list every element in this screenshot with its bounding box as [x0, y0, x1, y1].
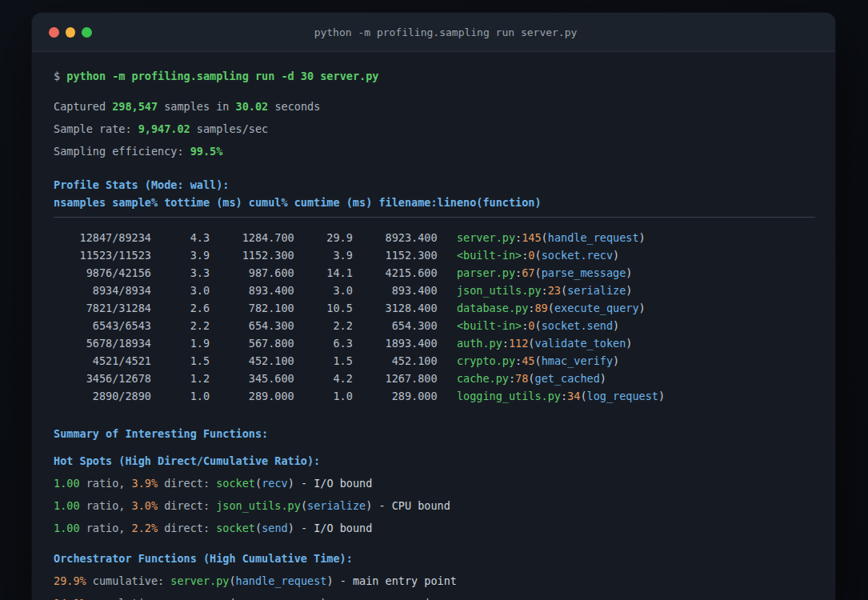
table-row: 6543/6543 2.2 654.300 2.2 654.300 <built… [54, 317, 815, 334]
orchestrator-line: 14.1% cumulative: parser.py(parse_messag… [54, 594, 815, 600]
sampling-efficiency-line: Sampling efficiency: 99.5% [54, 142, 815, 160]
close-button[interactable] [49, 27, 59, 38]
profile-stats-heading: Profile Stats (Mode: wall): [54, 176, 815, 194]
hot-spot-line: 1.00 ratio, 3.9% direct: socket(recv) - … [54, 474, 815, 492]
hot-spots-heading: Hot Spots (High Direct/Cumulative Ratio)… [54, 452, 815, 470]
table-divider [54, 217, 815, 218]
table-row: 9876/42156 3.3 987.600 14.1 4215.600 par… [54, 264, 815, 282]
orchestrator-line: 29.9% cumulative: server.py(handle_reque… [54, 572, 815, 590]
table-row: 11523/11523 3.9 1152.300 3.9 1152.300 <b… [54, 246, 815, 264]
hot-spot-line: 1.00 ratio, 3.0% direct: json_utils.py(s… [54, 497, 815, 514]
table-columns-header: nsamples sample% tottime (ms) cumul% cum… [54, 194, 815, 211]
table-row: 2890/2890 1.0 289.000 1.0 289.000 loggin… [54, 387, 815, 405]
terminal-window: python -m profiling.sampling run server.… [32, 13, 835, 600]
table-row: 8934/8934 3.0 893.400 3.0 893.400 json_u… [54, 282, 815, 299]
table-row: 12847/89234 4.3 1284.700 29.9 8923.400 s… [54, 229, 815, 246]
sample-rate-line: Sample rate: 9,947.02 samples/sec [54, 120, 815, 138]
hot-spot-line: 1.00 ratio, 2.2% direct: socket(send) - … [54, 519, 815, 537]
captured-line: Captured 298,547 samples in 30.02 second… [54, 98, 815, 115]
terminal-output: $ python -m profiling.sampling run -d 30… [32, 52, 835, 600]
table-row: 4521/4521 1.5 452.100 1.5 452.100 crypto… [54, 352, 815, 370]
minimize-button[interactable] [66, 27, 76, 38]
command-line: $ python -m profiling.sampling run -d 30… [54, 67, 815, 85]
window-title: python -m profiling.sampling run server.… [92, 26, 799, 38]
orchestrator-heading: Orchestrator Functions (High Cumulative … [54, 550, 815, 567]
zoom-button[interactable] [82, 27, 92, 38]
table-row: 3456/12678 1.2 345.600 4.2 1267.800 cach… [54, 370, 815, 387]
table-row: 5678/18934 1.9 567.800 6.3 1893.400 auth… [54, 334, 815, 352]
table-row: 7821/31284 2.6 782.100 10.5 3128.400 dat… [54, 299, 815, 317]
summary-heading: Summary of Interesting Functions: [54, 425, 815, 442]
titlebar: python -m profiling.sampling run server.… [32, 13, 835, 52]
profile-table: 12847/89234 4.3 1284.700 29.9 8923.400 s… [54, 229, 815, 405]
traffic-lights [32, 27, 92, 38]
